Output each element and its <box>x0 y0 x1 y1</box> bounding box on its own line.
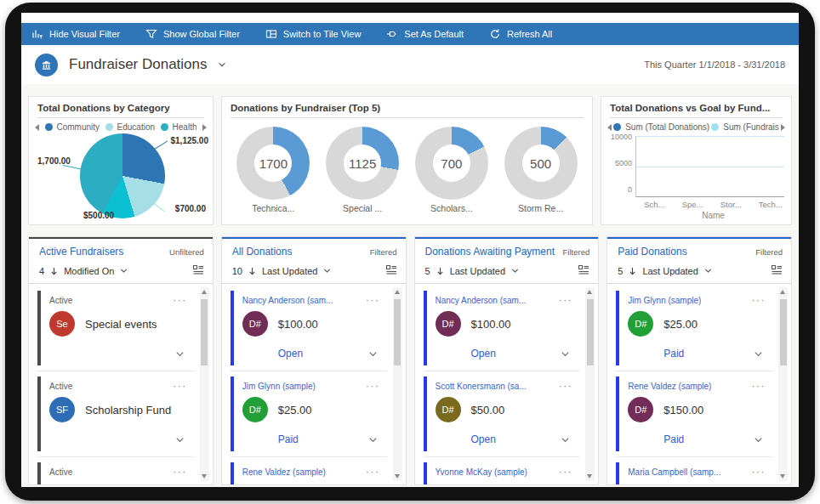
sort-field-label[interactable]: Last Updated <box>450 266 505 276</box>
fundraiser-card[interactable]: Active··· <box>37 462 194 484</box>
donut-chart[interactable]: 1700 <box>236 127 310 200</box>
more-options-icon[interactable]: ··· <box>752 467 766 476</box>
scroll-thumb[interactable] <box>394 299 401 365</box>
scroll-up-icon[interactable] <box>395 290 400 294</box>
donation-card[interactable]: Scott Konersmann (sa...··· D#$50.00 Open <box>424 377 580 451</box>
view-selector-icon[interactable] <box>578 264 589 277</box>
sort-direction-icon[interactable] <box>49 266 59 276</box>
dashboard-selector-chevron-icon[interactable] <box>217 59 227 70</box>
scroll-up-icon[interactable] <box>780 290 785 294</box>
list-title[interactable]: Active Fundraisers <box>39 246 123 258</box>
view-selector-icon[interactable] <box>192 264 204 277</box>
donation-card[interactable]: Maria Campbell (samp...··· <box>616 462 772 484</box>
sort-direction-icon[interactable] <box>628 266 637 276</box>
card-contact-link[interactable]: Maria Campbell (samp... <box>628 467 720 477</box>
card-status-link[interactable]: Paid <box>663 348 684 360</box>
scroll-up-icon[interactable] <box>202 290 207 294</box>
legend-prev-icon[interactable] <box>35 124 39 131</box>
card-expand-chevron-icon[interactable] <box>753 348 764 360</box>
card-expand-chevron-icon[interactable] <box>367 434 379 445</box>
scroll-thumb[interactable] <box>780 299 787 365</box>
card-expand-chevron-icon[interactable] <box>560 348 571 360</box>
card-contact-link[interactable]: Nancy Anderson (sam... <box>436 296 527 305</box>
sort-field-chevron-icon[interactable] <box>119 266 128 275</box>
sort-field-chevron-icon[interactable] <box>322 266 332 275</box>
scroll-down-icon[interactable] <box>202 474 207 479</box>
legend-prev-icon[interactable] <box>607 124 612 131</box>
scroll-up-icon[interactable] <box>587 290 592 294</box>
list-title[interactable]: All Donations <box>232 246 293 258</box>
more-options-icon[interactable]: ··· <box>366 296 380 304</box>
refresh-all-button[interactable]: Refresh All <box>489 28 552 40</box>
more-options-icon[interactable]: ··· <box>366 382 380 390</box>
card-status-link[interactable]: Open <box>278 348 303 360</box>
view-selector-icon[interactable] <box>771 264 783 277</box>
sort-direction-icon[interactable] <box>436 266 445 276</box>
more-options-icon[interactable]: ··· <box>173 296 187 304</box>
scrollbar[interactable] <box>778 287 788 481</box>
donation-card[interactable]: Yvonne McKay (sample)··· <box>424 462 580 484</box>
more-options-icon[interactable]: ··· <box>752 296 766 304</box>
donut-chart[interactable]: 700 <box>415 127 488 200</box>
more-options-icon[interactable]: ··· <box>559 467 573 476</box>
scrollbar[interactable] <box>200 287 209 481</box>
sort-field-label[interactable]: Modified On <box>64 266 114 276</box>
card-expand-chevron-icon[interactable] <box>174 434 185 445</box>
card-status-link[interactable]: Paid <box>278 433 299 445</box>
fundraiser-card[interactable]: Active··· SFScholarship Fund <box>37 377 194 451</box>
scroll-down-icon[interactable] <box>395 474 400 479</box>
set-as-default-button[interactable]: Set As Default <box>386 28 464 40</box>
scroll-thumb[interactable] <box>587 299 594 365</box>
more-options-icon[interactable]: ··· <box>173 382 187 390</box>
card-contact-link[interactable]: Rene Valdez (sample) <box>242 467 326 477</box>
more-options-icon[interactable]: ··· <box>173 467 187 476</box>
category-pie-chart[interactable] <box>80 133 165 218</box>
show-global-filter-button[interactable]: Show Global Filter <box>145 28 240 40</box>
card-contact-link[interactable]: Jim Glynn (sample) <box>628 296 701 305</box>
more-options-icon[interactable]: ··· <box>752 382 766 390</box>
more-options-icon[interactable]: ··· <box>559 296 573 304</box>
sort-field-chevron-icon[interactable] <box>703 266 713 275</box>
hide-visual-filter-button[interactable]: Hide Visual Filter <box>31 28 120 40</box>
card-status-link[interactable]: Paid <box>663 433 684 445</box>
more-options-icon[interactable]: ··· <box>366 467 380 476</box>
donut-chart[interactable]: 1125 <box>326 127 399 200</box>
card-expand-chevron-icon[interactable] <box>367 348 379 360</box>
sort-field-label[interactable]: Last Updated <box>642 266 698 276</box>
list-title[interactable]: Paid Donations <box>618 246 686 258</box>
donation-card[interactable]: Rene Valdez (sample)··· D#$150.00 Paid <box>616 377 772 451</box>
card-expand-chevron-icon[interactable] <box>174 348 185 360</box>
scroll-down-icon[interactable] <box>780 474 785 479</box>
card-expand-chevron-icon[interactable] <box>753 434 764 445</box>
donation-card[interactable]: Rene Valdez (sample)··· <box>231 462 387 484</box>
card-contact-link[interactable]: Jim Glynn (sample) <box>242 382 316 391</box>
donation-card[interactable]: Nancy Anderson (sam...··· D#$100.00 Open <box>231 291 387 365</box>
scrollbar[interactable] <box>393 287 402 481</box>
card-contact-link[interactable]: Rene Valdez (sample) <box>628 382 711 391</box>
donation-card[interactable]: Jim Glynn (sample)··· D#$25.00 Paid <box>616 291 772 365</box>
switch-to-tile-view-button[interactable]: Switch to Tile View <box>265 28 362 40</box>
card-contact-link[interactable]: Nancy Anderson (sam... <box>242 296 333 305</box>
sort-field-label[interactable]: Last Updated <box>262 266 317 276</box>
card-expand-chevron-icon[interactable] <box>560 434 571 445</box>
scrollbar[interactable] <box>585 287 595 481</box>
sort-field-chevron-icon[interactable] <box>510 266 520 275</box>
scroll-thumb[interactable] <box>201 299 208 365</box>
legend-next-icon[interactable] <box>781 124 785 131</box>
legend-next-icon[interactable] <box>202 124 207 131</box>
card-contact-link[interactable]: Yvonne McKay (sample) <box>436 467 527 477</box>
card-status-link[interactable]: Open <box>471 433 496 445</box>
card-contact-link[interactable]: Scott Konersmann (sa... <box>436 382 527 391</box>
sort-direction-icon[interactable] <box>248 266 257 276</box>
view-selector-icon[interactable] <box>385 264 397 277</box>
more-options-icon[interactable]: ··· <box>559 382 573 390</box>
date-range-label[interactable]: This Quarter 1/1/2018 - 3/31/2018 <box>644 59 785 70</box>
scroll-down-icon[interactable] <box>587 474 592 479</box>
card-status-link[interactable]: Open <box>471 348 496 360</box>
donut-chart[interactable]: 500 <box>504 127 578 200</box>
donation-card[interactable]: Nancy Anderson (sam...··· D#$100.00 Open <box>424 291 580 365</box>
donation-card[interactable]: Jim Glynn (sample)··· D#$25.00 Paid <box>231 377 387 451</box>
fundraiser-card[interactable]: Active··· SeSpecial events <box>37 291 194 365</box>
card-list: Nancy Anderson (sam...··· D#$100.00 Open… <box>222 284 406 484</box>
list-title[interactable]: Donations Awaiting Payment <box>425 246 555 258</box>
